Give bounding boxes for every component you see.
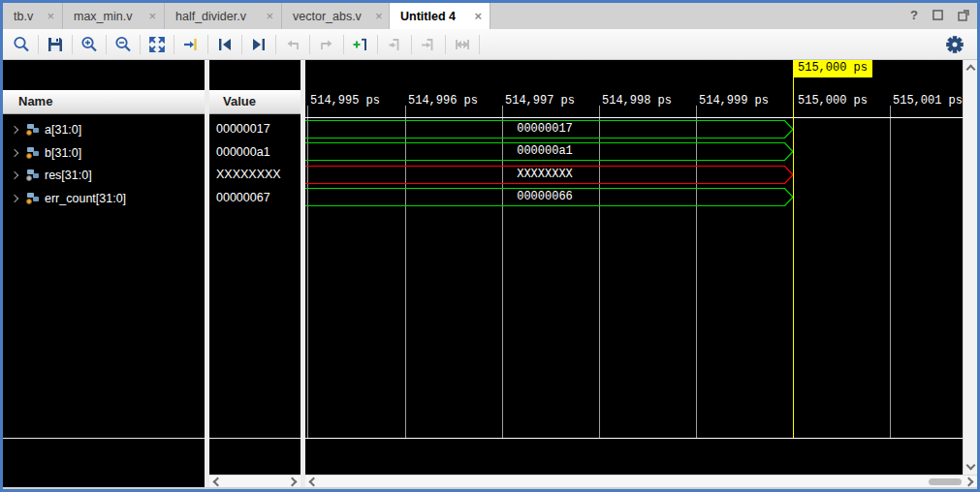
bus-signal-icon <box>25 147 39 159</box>
tab-bar: tb.v × max_min.v × half_divider.v × vect… <box>3 3 977 29</box>
value-horizontal-scrollbar[interactable] <box>209 475 300 487</box>
bus-value-label: XXXXXXXX <box>305 166 784 184</box>
window-controls: ? <box>910 8 969 22</box>
tab-tb-v[interactable]: tb.v × <box>3 3 63 29</box>
vertical-scrollbar[interactable] <box>963 60 977 475</box>
ruler-tick-label: 514,998 ps <box>602 94 672 108</box>
tab-label: vector_abs.v <box>293 10 362 23</box>
tab-label: max_min.v <box>74 10 132 23</box>
signal-name-panel: Name a[31:0] b[31:0] res[31:0] err_count <box>3 60 205 487</box>
panel-bottom-line <box>209 438 300 439</box>
goto-cursor-right-icon <box>416 32 441 57</box>
wave-horizontal-scrollbar[interactable] <box>305 475 977 487</box>
value-column-header[interactable]: Value <box>209 90 300 114</box>
scroll-left-icon[interactable] <box>309 477 319 487</box>
scroll-right-icon[interactable] <box>964 477 974 487</box>
ruler-tick-label: 515,000 ps <box>798 94 868 108</box>
signal-value: 00000017 <box>216 118 270 140</box>
name-column-header[interactable]: Name <box>3 90 205 114</box>
tab-half-divider-v[interactable]: half_divider.v × <box>165 3 282 29</box>
tab-untitled-4[interactable]: Untitled 4 × <box>390 3 490 29</box>
bus-signal-icon <box>25 193 39 204</box>
add-marker-icon[interactable] <box>348 32 373 57</box>
signal-value: XXXXXXXX <box>216 164 281 186</box>
signal-row-a[interactable]: a[31:0] <box>3 118 205 140</box>
tab-label: half_divider.v <box>175 10 246 23</box>
expand-icon[interactable] <box>11 170 18 178</box>
float-window-icon[interactable] <box>958 10 969 21</box>
signal-name: err_count[31:0] <box>45 192 126 205</box>
waveform-window: tb.v × max_min.v × half_divider.v × vect… <box>0 0 980 492</box>
tab-close-icon[interactable]: × <box>266 9 273 23</box>
scroll-right-icon[interactable] <box>288 477 298 487</box>
tab-close-icon[interactable]: × <box>375 9 383 23</box>
bus-signal-icon <box>25 169 39 181</box>
signal-row-res[interactable]: res[31:0] <box>3 164 205 186</box>
goto-cursor-left-icon <box>382 32 407 57</box>
next-marker-icon <box>314 32 339 57</box>
panel-bottom-line <box>3 438 205 439</box>
signal-name: b[31:0] <box>45 146 81 160</box>
cursor-time-badge[interactable]: 515,000 ps <box>793 60 872 77</box>
bus-value-label: 000000a1 <box>305 142 784 161</box>
wave-window-body: Name a[31:0] b[31:0] res[31:0] err_count <box>3 60 977 487</box>
tab-close-icon[interactable]: × <box>47 9 54 23</box>
ruler-tick-label: 515,001 ps <box>893 94 963 108</box>
wave-bottom-line <box>305 438 963 439</box>
tab-label: Untitled 4 <box>400 10 456 23</box>
bus-signal-icon <box>25 124 39 136</box>
ruler-tick-label: 514,999 ps <box>699 94 769 108</box>
bus-value-label: 00000017 <box>305 120 784 138</box>
value-header-label: Value <box>209 94 256 108</box>
wave-bus-err-count[interactable]: 00000066 <box>305 188 794 206</box>
settings-gear-icon[interactable] <box>944 34 965 55</box>
tab-vector-abs-v[interactable]: vector_abs.v × <box>282 3 390 29</box>
save-waveform-icon[interactable] <box>43 32 68 57</box>
next-transition-icon[interactable] <box>246 32 271 57</box>
tab-close-icon[interactable]: × <box>148 9 156 23</box>
signal-value: 000000a1 <box>216 141 270 164</box>
signal-name: res[31:0] <box>45 169 92 182</box>
ruler-tick-label: 514,995 ps <box>310 94 380 108</box>
expand-icon[interactable] <box>11 125 18 133</box>
previous-marker-icon <box>280 32 305 57</box>
tab-max-min-v[interactable]: max_min.v × <box>63 3 165 29</box>
signal-name: a[31:0] <box>45 123 81 137</box>
wave-bus-b[interactable]: 000000a1 <box>305 142 794 161</box>
bus-value-label: 00000066 <box>305 188 784 206</box>
signal-row-b[interactable]: b[31:0] <box>3 141 205 164</box>
tab-close-icon[interactable]: × <box>474 9 482 23</box>
signal-row-err-count[interactable]: err_count[31:0] <box>3 187 205 209</box>
name-header-label: Name <box>3 94 52 108</box>
scroll-left-icon[interactable] <box>213 477 223 487</box>
wave-bus-a[interactable]: 00000017 <box>305 120 794 138</box>
previous-transition-icon[interactable] <box>212 32 237 57</box>
maximize-icon[interactable] <box>933 10 943 20</box>
scroll-down-icon[interactable] <box>966 461 976 471</box>
find-icon[interactable] <box>9 32 34 57</box>
expand-icon[interactable] <box>11 148 18 156</box>
swap-cursors-icon <box>450 32 475 57</box>
time-cursor[interactable] <box>793 62 794 438</box>
scrollbar-thumb[interactable] <box>929 478 962 485</box>
zoom-to-cursor-icon[interactable] <box>178 32 204 57</box>
signal-value-panel: Value 00000017 000000a1 XXXXXXXX 0000006… <box>209 60 300 475</box>
wave-toolbar <box>3 29 977 60</box>
ruler-tick-label: 514,996 ps <box>408 94 478 108</box>
ruler-tick-label: 514,997 ps <box>505 94 575 108</box>
zoom-out-icon[interactable] <box>111 32 136 57</box>
zoom-in-icon[interactable] <box>77 32 102 57</box>
expand-icon[interactable] <box>11 194 18 201</box>
ruler-baseline <box>305 117 963 118</box>
wave-bus-res[interactable]: XXXXXXXX <box>305 166 794 184</box>
scroll-up-icon[interactable] <box>966 65 976 75</box>
gridline <box>890 106 891 438</box>
help-icon[interactable]: ? <box>910 8 918 22</box>
zoom-fit-icon[interactable] <box>144 32 170 57</box>
signal-value: 00000067 <box>216 187 270 209</box>
waveform-panel[interactable]: 515,000 ps 514,995 ps 514,996 ps 514,997… <box>305 60 963 475</box>
tab-label: tb.v <box>14 10 33 23</box>
